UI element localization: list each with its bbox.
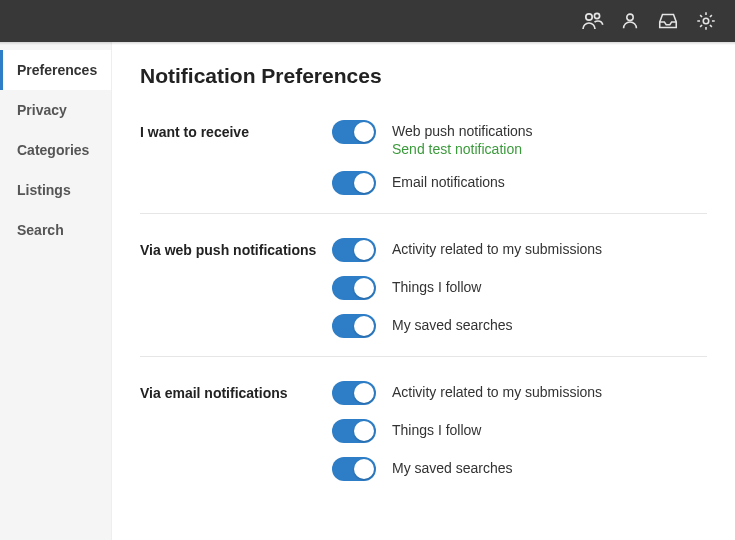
svg-point-2	[627, 14, 633, 20]
label-email-searches: My saved searches	[392, 460, 513, 476]
toggle-receive-webpush[interactable]	[332, 120, 376, 144]
topbar	[0, 0, 735, 42]
svg-point-3	[703, 18, 709, 24]
nav-search[interactable]: Search	[0, 210, 111, 250]
toggle-webpush-submissions[interactable]	[332, 238, 376, 262]
section-via-email-title: Via email notifications	[140, 381, 332, 481]
section-via-webpush-title: Via web push notifications	[140, 238, 332, 338]
link-send-test-notification[interactable]: Send test notification	[392, 141, 533, 157]
label-webpush-follow: Things I follow	[392, 279, 481, 295]
nav-listings[interactable]: Listings	[0, 170, 111, 210]
toggle-receive-email[interactable]	[332, 171, 376, 195]
section-receive-title: I want to receive	[140, 120, 332, 195]
main-content: Notification Preferences I want to recei…	[112, 42, 735, 540]
svg-point-1	[594, 13, 599, 18]
toggle-webpush-follow[interactable]	[332, 276, 376, 300]
label-webpush-submissions: Activity related to my submissions	[392, 241, 602, 257]
toggle-email-submissions[interactable]	[332, 381, 376, 405]
section-receive: I want to receive Web push notifications…	[140, 114, 707, 214]
settings-icon[interactable]	[687, 0, 725, 42]
page-title: Notification Preferences	[140, 64, 707, 88]
nav-privacy[interactable]: Privacy	[0, 90, 111, 130]
svg-point-0	[586, 14, 592, 20]
section-via-webpush: Via web push notifications Activity rela…	[140, 232, 707, 357]
nav-categories[interactable]: Categories	[0, 130, 111, 170]
toggle-email-follow[interactable]	[332, 419, 376, 443]
inbox-icon[interactable]	[649, 0, 687, 42]
section-via-email: Via email notifications Activity related…	[140, 375, 707, 499]
toggle-email-searches[interactable]	[332, 457, 376, 481]
label-email-follow: Things I follow	[392, 422, 481, 438]
user-icon[interactable]	[611, 0, 649, 42]
sidebar: Preferences Privacy Categories Listings …	[0, 42, 112, 540]
nav-preferences[interactable]: Preferences	[0, 50, 111, 90]
label-receive-webpush: Web push notifications	[392, 123, 533, 139]
users-icon[interactable]	[573, 0, 611, 42]
label-webpush-searches: My saved searches	[392, 317, 513, 333]
label-receive-email: Email notifications	[392, 174, 505, 190]
toggle-webpush-searches[interactable]	[332, 314, 376, 338]
label-email-submissions: Activity related to my submissions	[392, 384, 602, 400]
